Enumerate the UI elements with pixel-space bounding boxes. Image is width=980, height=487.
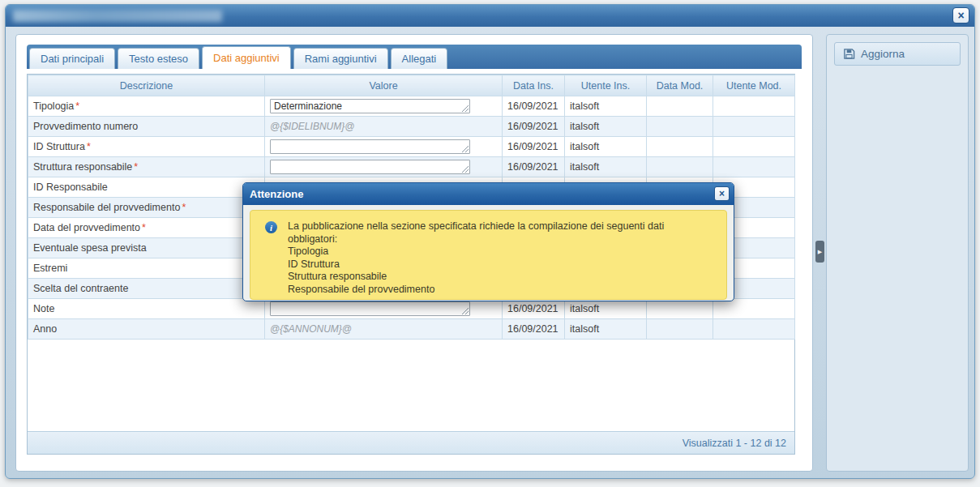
window-title-redacted [13, 10, 222, 22]
col-header-utente-ins: Utente Ins. [565, 75, 647, 96]
value-input[interactable] [270, 139, 470, 154]
col-header-valore: Valore [265, 75, 503, 96]
tab-rami-aggiuntivi[interactable]: Rami aggiuntivi [293, 48, 388, 69]
row-label: Data del provvedimento* [28, 218, 265, 238]
row-value-cell [265, 137, 503, 157]
dialog-body: i La pubblicazione nella sezione specifi… [243, 205, 734, 301]
cell-utente-ins: italsoft [565, 157, 647, 177]
row-value-cell [265, 157, 503, 177]
required-field: Tipologia [288, 246, 715, 258]
window-titlebar [6, 5, 974, 27]
cell-data-ins: 16/09/2021 [503, 96, 565, 117]
update-button[interactable]: Aggiorna [834, 42, 961, 66]
col-header-utente-mod: Utente Mod. [713, 75, 795, 96]
macro-value: @{$IDELIBNUM}@ [270, 121, 354, 132]
row-label: Scelta del contraente [28, 279, 265, 299]
cell-utente-mod [713, 299, 795, 319]
required-asterisk: * [75, 100, 79, 112]
chevron-right-icon: ▶ [818, 249, 822, 255]
actions-panel: Aggiorna [826, 34, 969, 472]
warning-message-box: i La pubblicazione nella sezione specifi… [250, 210, 727, 300]
info-icon: i [265, 221, 277, 233]
update-button-label: Aggiorna [861, 48, 905, 60]
row-label: Struttura responsabile* [28, 157, 265, 177]
table-row: Struttura responsabile*16/09/2021italsof… [28, 157, 795, 177]
cell-utente-mod [713, 137, 795, 157]
required-field: Responsabile del provvedimento [288, 284, 715, 297]
cell-data-ins: 16/09/2021 [503, 299, 565, 319]
row-label: Provvedimento numero [28, 117, 265, 137]
cell-data-ins: 16/09/2021 [503, 117, 565, 137]
attention-dialog: Attenzione × i La pubblicazione nella se… [242, 182, 734, 301]
cell-data-mod [647, 319, 713, 340]
required-asterisk: * [142, 222, 146, 233]
row-label: Note [28, 299, 265, 319]
cell-data-mod [647, 96, 713, 117]
cell-utente-ins: italsoft [565, 96, 647, 117]
col-header-data-mod: Data Mod. [647, 75, 713, 96]
dialog-close-button[interactable]: × [714, 186, 730, 201]
dialog-titlebar: Attenzione [243, 183, 734, 205]
row-label: Tipologia* [28, 96, 265, 117]
row-label: Anno [28, 319, 265, 340]
row-label: Eventuale spesa prevista [28, 238, 265, 258]
required-asterisk: * [87, 141, 91, 152]
row-value-cell [265, 299, 503, 319]
required-asterisk: * [182, 202, 186, 213]
required-asterisk: * [134, 161, 138, 173]
table-row: Provvedimento numero@{$IDELIBNUM}@16/09/… [28, 117, 795, 137]
cell-data-mod [647, 137, 713, 157]
row-value-cell: @{$ANNONUM}@ [265, 319, 503, 340]
table-row: Note16/09/2021italsoft [28, 299, 795, 319]
cell-utente-ins: italsoft [565, 117, 647, 137]
cell-utente-mod [713, 96, 795, 117]
dialog-title: Attenzione [250, 188, 303, 200]
table-row: ID Struttura*16/09/2021italsoft [28, 137, 795, 157]
table-row: Tipologia*Determinazione16/09/2021italso… [28, 96, 795, 117]
pagination-status: Visualizzati 1 - 12 di 12 [683, 438, 786, 449]
cell-utente-mod [713, 319, 795, 340]
col-header-data-ins: Data Ins. [503, 75, 565, 96]
col-header-descrizione: Descrizione [28, 75, 265, 96]
collapse-panel-handle[interactable]: ▶ [815, 241, 824, 263]
grid-footer: Visualizzati 1 - 12 di 12 [28, 431, 794, 454]
cell-data-mod [647, 157, 713, 177]
tab-strip: Dati principaliTesto estesoDati aggiunti… [27, 45, 802, 69]
table-row: Anno@{$ANNONUM}@16/09/2021italsoft [28, 319, 795, 340]
row-label: Responsabile del provvedimento* [28, 198, 265, 218]
row-value-cell: Determinazione [265, 96, 503, 117]
cell-data-mod [647, 299, 713, 319]
value-input[interactable]: Determinazione [270, 99, 470, 113]
row-label: ID Struttura* [28, 137, 265, 157]
value-input[interactable] [270, 301, 470, 316]
cell-utente-ins: italsoft [565, 137, 647, 157]
tab-testo-esteso[interactable]: Testo esteso [118, 48, 199, 69]
row-label: Estremi [28, 258, 265, 279]
dialog-message: La pubblicazione nella sezione specifica… [288, 220, 715, 246]
row-value-cell: @{$IDELIBNUM}@ [265, 117, 503, 137]
row-label: ID Responsabile [28, 177, 265, 198]
tab-allegati[interactable]: Allegati [391, 48, 448, 69]
window-close-button[interactable]: × [952, 7, 969, 23]
cell-data-ins: 16/09/2021 [503, 137, 565, 157]
dialog-message-block: La pubblicazione nella sezione specifica… [288, 220, 715, 296]
cell-utente-mod [713, 117, 795, 137]
cell-utente-ins: italsoft [565, 299, 647, 319]
cell-utente-ins: italsoft [565, 319, 647, 340]
tab-dati-aggiuntivi[interactable]: Dati aggiuntivi [202, 46, 291, 69]
cell-data-ins: 16/09/2021 [503, 319, 565, 340]
tab-dati-principali[interactable]: Dati principali [29, 48, 115, 69]
value-input[interactable] [270, 160, 470, 174]
save-icon [843, 48, 855, 60]
required-field: ID Struttura [288, 258, 715, 271]
required-field: Struttura responsabile [288, 271, 715, 284]
cell-data-mod [647, 117, 713, 137]
macro-value: @{$ANNONUM}@ [270, 323, 352, 335]
cell-data-ins: 16/09/2021 [503, 157, 565, 177]
table-header-row: Descrizione Valore Data Ins. Utente Ins.… [28, 75, 795, 96]
cell-utente-mod [713, 157, 795, 177]
required-fields-list: TipologiaID StrutturaStruttura responsab… [288, 246, 715, 296]
